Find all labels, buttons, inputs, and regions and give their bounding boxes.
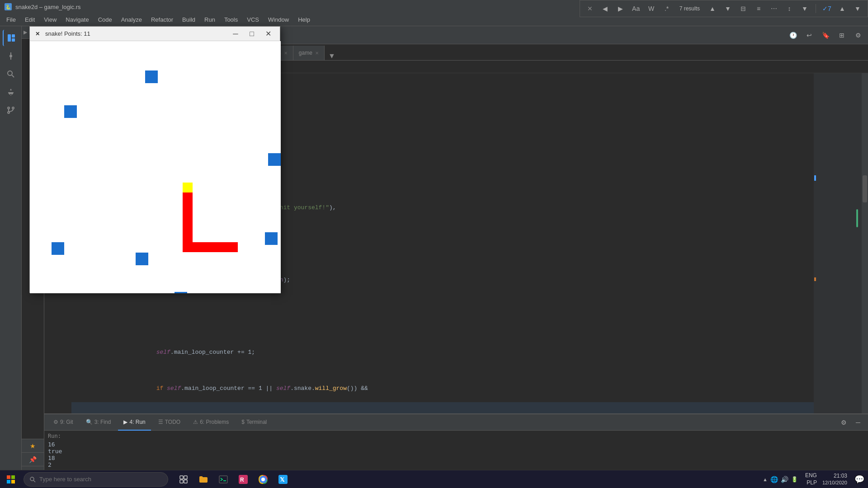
volume-icon[interactable]: 🔊 (781, 476, 788, 483)
menu-window[interactable]: Window (264, 14, 293, 26)
tab-game-close[interactable]: ✕ (315, 51, 319, 56)
favorites-btn[interactable]: ★ (22, 439, 44, 452)
todo-tab-icon: ☰ (158, 419, 163, 425)
output-line-2: true (48, 448, 864, 455)
clock[interactable]: 21:03 12/10/2020 (822, 473, 847, 486)
obstacle-1 (145, 70, 158, 83)
svg-rect-21 (219, 476, 227, 483)
editor-scrollbar[interactable] (862, 73, 868, 413)
find-tab-icon: 🔍 (86, 419, 93, 425)
taskbar-folder-icon[interactable] (193, 470, 213, 488)
layout-btn[interactable]: ⊞ (835, 29, 848, 42)
snake-window: ✕ snake! Points: 11 ─ □ ✕ (29, 26, 280, 293)
menu-analyze[interactable]: Analyze (117, 14, 146, 26)
pin-btn[interactable]: 📌 (22, 452, 44, 466)
svg-rect-18 (184, 476, 187, 479)
git-tab-label: 9: Git (60, 419, 73, 425)
activity-commit[interactable] (3, 48, 19, 64)
menu-code[interactable]: Code (94, 14, 117, 26)
menu-refactor[interactable]: Refactor (146, 14, 178, 26)
menu-help[interactable]: Help (293, 14, 315, 26)
taskbar-terminal-icon[interactable] (213, 470, 233, 488)
sys-tray-expand[interactable]: ▲ (763, 477, 768, 482)
menu-tools[interactable]: Tools (220, 14, 242, 26)
svg-point-3 (9, 55, 12, 57)
obstacle-8 (175, 292, 187, 293)
taskbar-x-icon[interactable]: 𝕏 (273, 470, 293, 488)
bottom-tab-problems[interactable]: ⚠ 6: Problems (188, 414, 234, 431)
code-line-9: if self.main_loop_counter == 1 || self.s… (71, 366, 868, 402)
find-tab-label: 3: Find (94, 419, 111, 425)
language-label: ENG (805, 472, 817, 479)
obstacle-2 (64, 105, 77, 118)
bookmark-btn[interactable]: 🔖 (819, 29, 832, 42)
tab-game-label: game (299, 50, 312, 56)
clock-btn[interactable]: 🕐 (787, 29, 799, 42)
language-selector[interactable]: ENG PLP (805, 472, 817, 486)
activity-project[interactable] (3, 30, 19, 46)
svg-rect-19 (180, 480, 183, 483)
undo-btn[interactable]: ↩ (803, 29, 816, 42)
taskbar-search[interactable] (24, 472, 168, 487)
notification-icon[interactable]: 💬 (854, 474, 864, 484)
bottom-close-btn[interactable]: ─ (852, 416, 864, 429)
taskbar-view-icon[interactable] (174, 470, 193, 488)
snake-canvas[interactable] (30, 41, 281, 293)
bottom-tab-git[interactable]: ⚙ 9: Git (48, 414, 79, 431)
activity-git[interactable] (3, 84, 19, 100)
activity-search[interactable] (3, 66, 19, 82)
bottom-tab-todo[interactable]: ☰ TODO (153, 414, 186, 431)
menu-vcs[interactable]: VCS (242, 14, 264, 26)
snake-minimize-btn[interactable]: ─ (227, 27, 244, 41)
more-tabs-btn[interactable]: ▼ (325, 52, 339, 60)
run-output-label: Run: (48, 433, 61, 439)
output-lines: 16 true 18 2 (48, 441, 864, 468)
taskbar-search-input[interactable] (39, 476, 162, 483)
svg-rect-12 (11, 475, 15, 479)
output-line-3: 18 (48, 455, 864, 461)
bottom-tab-terminal[interactable]: $ Terminal (236, 414, 272, 431)
taskbar-chrome-icon[interactable] (253, 470, 273, 488)
bottom-settings-btn[interactable]: ⚙ (837, 416, 850, 429)
project-expand-icon[interactable]: ▶ (24, 29, 27, 35)
snake-window-title: snake! Points: 11 (45, 30, 224, 37)
scroll-thumb[interactable] (863, 175, 867, 202)
settings-gear-btn[interactable]: ⚙ (852, 29, 864, 42)
start-button[interactable] (0, 470, 22, 488)
decoration-marker-2 (814, 277, 816, 281)
minimap (816, 73, 862, 413)
tab-board-close[interactable]: ✕ (284, 51, 288, 56)
terminal-tab-icon: $ (241, 419, 245, 425)
menu-edit[interactable]: Edit (20, 14, 39, 26)
svg-point-26 (261, 478, 265, 481)
time-label: 21:03 (834, 473, 847, 480)
bottom-tab-run[interactable]: ▶ 4: Run (118, 414, 151, 431)
network-icon[interactable]: 🌐 (770, 476, 778, 483)
layout-label: PLP (807, 479, 817, 487)
svg-point-9 (12, 107, 14, 109)
taskbar: R 𝕏 ▲ 🌐 🔊 🔋 (0, 470, 868, 488)
menu-navigate[interactable]: Navigate (61, 14, 93, 26)
menu-build[interactable]: Build (178, 14, 200, 26)
svg-point-6 (8, 71, 12, 75)
tab-game[interactable]: game ✕ (293, 46, 325, 60)
menu-view[interactable]: View (39, 14, 61, 26)
svg-rect-1 (12, 34, 15, 38)
star-icon: ★ (30, 442, 36, 450)
menu-run[interactable]: Run (200, 14, 220, 26)
svg-rect-11 (7, 475, 10, 479)
toolbar-right: 🕐 ↩ 🔖 ⊞ ⚙ (787, 29, 864, 42)
taskbar-rider-icon[interactable]: R (233, 470, 253, 488)
svg-rect-2 (12, 38, 15, 42)
battery-icon[interactable]: 🔋 (791, 476, 798, 483)
pin-icon: 📌 (29, 456, 37, 463)
snake-maximize-btn[interactable]: □ (244, 27, 260, 41)
snake-close-btn[interactable]: ✕ (260, 27, 276, 41)
svg-line-16 (33, 480, 35, 482)
bottom-tab-find[interactable]: 🔍 3: Find (80, 414, 117, 431)
snake-head (183, 183, 193, 192)
snake-controls: ─ □ ✕ (227, 27, 276, 41)
menu-file[interactable]: File (2, 14, 20, 26)
activity-pullreq[interactable] (3, 102, 19, 118)
svg-rect-17 (180, 476, 183, 479)
